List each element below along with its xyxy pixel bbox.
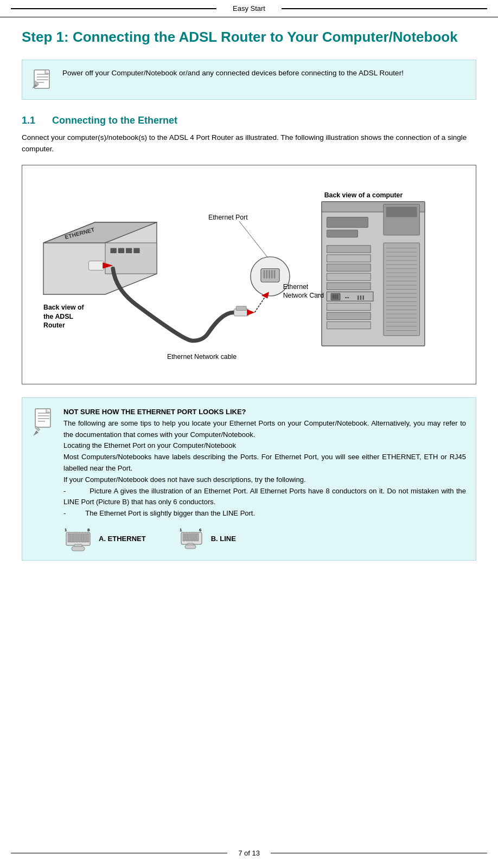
ethernet-label: A. ETHERNET (99, 533, 146, 545)
svg-rect-109 (194, 533, 196, 541)
svg-text:6: 6 (199, 528, 202, 532)
svg-rect-49 (335, 294, 336, 299)
svg-rect-98 (84, 533, 86, 542)
footer-line-right (271, 853, 487, 853)
svg-rect-99 (87, 533, 89, 542)
svg-text:1: 1 (65, 528, 67, 532)
svg-rect-15 (89, 261, 104, 270)
svg-rect-107 (188, 533, 190, 541)
svg-rect-29 (271, 270, 273, 278)
svg-text:1: 1 (180, 528, 182, 532)
connector-images: 1 8 (63, 527, 466, 551)
svg-rect-92 (68, 533, 70, 542)
svg-text:Router: Router (43, 322, 65, 329)
svg-rect-48 (333, 294, 334, 299)
line-label: B. LINE (211, 533, 236, 545)
svg-rect-12 (126, 248, 132, 253)
page-content: Step 1: Connecting the ADSL Router to Yo… (0, 17, 498, 608)
ethernet-connector: 1 8 (63, 527, 146, 551)
svg-rect-108 (191, 533, 193, 541)
svg-rect-42 (327, 255, 371, 262)
info-icon (32, 407, 56, 441)
svg-rect-40 (327, 230, 357, 237)
svg-text:8: 8 (87, 528, 90, 532)
svg-rect-45 (327, 282, 371, 290)
svg-text:Back view of: Back view of (43, 304, 85, 311)
svg-rect-101 (72, 546, 85, 551)
info-line-6: - The Ethernet Port is slightly bigger t… (63, 508, 466, 519)
svg-marker-87 (33, 430, 39, 436)
svg-rect-44 (327, 273, 371, 280)
main-title: Step 1: Connecting the ADSL Router to Yo… (22, 28, 476, 47)
svg-rect-38 (386, 207, 417, 217)
warning-icon (31, 68, 55, 92)
svg-rect-51 (327, 303, 371, 310)
info-line-4: If your Computer/Notebook does not have … (63, 474, 466, 486)
ethernet-connector-svg: 1 8 (63, 527, 93, 551)
section-description: Connect your computer(s)/notebook(s) to … (22, 132, 476, 155)
svg-rect-106 (186, 533, 188, 541)
svg-text:Back view of a computer: Back view of a computer (324, 191, 403, 199)
page-footer: 7 of 13 (0, 849, 498, 857)
svg-text:Ethernet: Ethernet (283, 283, 309, 291)
svg-rect-94 (73, 533, 75, 542)
info-line-1: The following are some tips to help you … (63, 418, 466, 441)
svg-text:Network  Card: Network Card (283, 292, 324, 299)
svg-rect-27 (266, 270, 267, 278)
ethernet-info-box: NOT SURE HOW THE ETHERNET PORT LOOKS LIK… (22, 397, 476, 561)
line-connector-svg: 1 6 (178, 527, 206, 551)
svg-line-31 (254, 297, 265, 312)
ethernet-info-text: NOT SURE HOW THE ETHERNET PORT LOOKS LIK… (63, 407, 466, 551)
svg-line-34 (239, 221, 267, 257)
header-line-right (282, 8, 487, 9)
page-header: Easy Start (0, 0, 498, 17)
svg-text:•••: ••• (345, 295, 349, 300)
svg-rect-10 (110, 248, 116, 253)
info-line-5: - Picture A gives the illustration of an… (63, 486, 466, 509)
svg-rect-39 (327, 217, 368, 227)
svg-rect-28 (269, 270, 270, 278)
svg-rect-110 (196, 533, 199, 541)
section-1-1-header: 1.1 Connecting to the Ethernet (22, 115, 476, 126)
info-line-3: Most Computers/Notebooks have labels des… (63, 452, 466, 474)
svg-rect-21 (236, 306, 246, 311)
svg-text:the ADSL: the ADSL (43, 313, 73, 320)
section-title-text: Connecting to the Ethernet (52, 115, 177, 126)
svg-rect-52 (327, 312, 371, 319)
svg-rect-93 (71, 533, 73, 542)
svg-rect-53 (327, 322, 371, 329)
footer-line-left (11, 853, 227, 853)
line-connector: 1 6 (178, 527, 236, 551)
svg-text:Ethernet  Network  cable: Ethernet Network cable (167, 353, 237, 361)
ethernet-diagram: ETHERNET Back view of the ADSL Router Et… (22, 165, 476, 384)
svg-text:Ethernet  Port: Ethernet Port (208, 214, 248, 221)
info-line-2: Locating the Ethernet Port on your Compu… (63, 440, 466, 452)
svg-rect-41 (327, 246, 371, 253)
svg-rect-43 (327, 264, 371, 271)
section-number: 1.1 (22, 115, 43, 126)
svg-rect-11 (118, 248, 124, 253)
header-title: Easy Start (216, 4, 282, 12)
warning-box: Power off your Computer/Notebook or/and … (22, 60, 476, 100)
warning-text: Power off your Computer/Notebook or/and … (62, 68, 404, 79)
svg-rect-13 (133, 248, 139, 253)
svg-rect-50 (336, 294, 338, 299)
svg-rect-105 (183, 533, 185, 541)
info-heading: NOT SURE HOW THE ETHERNET PORT LOOKS LIK… (63, 407, 466, 418)
svg-rect-112 (185, 545, 196, 549)
svg-rect-97 (81, 533, 84, 542)
header-line-left (11, 8, 216, 9)
svg-marker-22 (247, 310, 254, 316)
diagram-svg: ETHERNET Back view of the ADSL Router Et… (33, 176, 465, 371)
svg-rect-96 (79, 533, 81, 542)
footer-page: 7 of 13 (227, 849, 271, 857)
svg-rect-26 (264, 270, 265, 278)
svg-rect-95 (76, 533, 78, 542)
svg-rect-30 (274, 270, 276, 278)
